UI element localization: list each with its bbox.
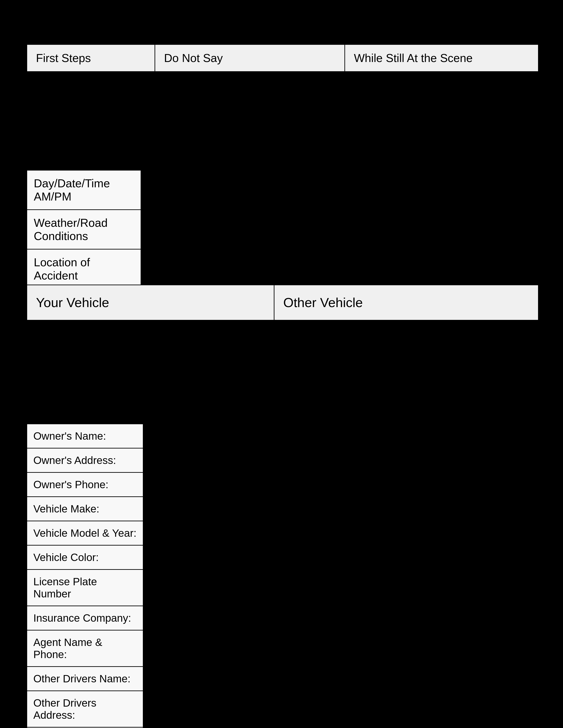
license-plate-label: License Plate Number (33, 576, 97, 600)
tab-while-at-scene[interactable]: While Still At the Scene (345, 45, 538, 71)
tab-do-not-say-label: Do Not Say (164, 52, 223, 64)
owner-phone-label: Owner's Phone: (33, 479, 108, 490)
vehicle-fields-box: Owner's Name: Owner's Address: Owner's P… (26, 424, 143, 728)
insurance-company-row: Insurance Company: (27, 606, 143, 630)
other-drivers-address-label: Other Drivers Address: (33, 697, 96, 721)
tab-while-at-scene-label: While Still At the Scene (354, 52, 473, 64)
vehicle-model-year-label: Vehicle Model & Year: (33, 527, 136, 539)
other-vehicle-tab: Other Vehicle (274, 285, 538, 320)
license-plate-row: License Plate Number (27, 570, 143, 606)
location-accident-row: Location of Accident (27, 250, 141, 289)
owner-name-row: Owner's Name: (27, 424, 143, 448)
owner-address-row: Owner's Address: (27, 448, 143, 473)
agent-name-phone-label: Agent Name & Phone: (33, 636, 102, 660)
owner-phone-row: Owner's Phone: (27, 473, 143, 497)
tab-do-not-say[interactable]: Do Not Say (155, 45, 345, 71)
other-vehicle-label: Other Vehicle (283, 295, 363, 310)
other-drivers-name-label: Other Drivers Name: (33, 673, 130, 685)
your-vehicle-label: Your Vehicle (36, 295, 109, 310)
vehicle-make-label: Vehicle Make: (33, 503, 99, 515)
owner-address-label: Owner's Address: (33, 454, 116, 466)
page-container: First Steps Do Not Say While Still At th… (0, 0, 563, 728)
other-drivers-name-row: Other Drivers Name: (27, 667, 143, 691)
tab-first-steps[interactable]: First Steps (27, 45, 155, 71)
weather-road-label: Weather/Road Conditions (34, 216, 107, 242)
vehicle-model-year-row: Vehicle Model & Year: (27, 521, 143, 546)
day-date-time-row: Day/Date/Time AM/PM (27, 171, 141, 210)
weather-road-row: Weather/Road Conditions (27, 210, 141, 250)
location-accident-label: Location of Accident (34, 256, 90, 282)
other-drivers-address-row: Other Drivers Address: (27, 691, 143, 728)
vehicle-make-row: Vehicle Make: (27, 497, 143, 521)
vehicle-color-row: Vehicle Color: (27, 546, 143, 570)
insurance-company-label: Insurance Company: (33, 612, 131, 624)
agent-name-phone-row: Agent Name & Phone: (27, 630, 143, 667)
vehicles-header: Your Vehicle Other Vehicle (26, 285, 539, 321)
owner-name-label: Owner's Name: (33, 430, 106, 442)
tab-first-steps-label: First Steps (36, 52, 91, 64)
vehicle-color-label: Vehicle Color: (33, 552, 99, 563)
day-date-time-label: Day/Date/Time AM/PM (34, 177, 110, 203)
tabs-container: First Steps Do Not Say While Still At th… (26, 44, 539, 72)
your-vehicle-tab: Your Vehicle (27, 285, 274, 320)
